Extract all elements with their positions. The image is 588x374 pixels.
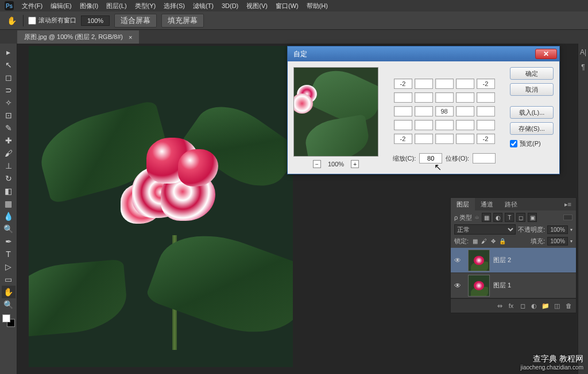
preview-checkbox[interactable] [510, 140, 517, 147]
layer-thumbnail[interactable] [468, 250, 490, 271]
menu-view[interactable]: 视图(V) [243, 1, 271, 11]
document-canvas[interactable] [29, 46, 293, 367]
hand-tool-icon[interactable]: ✋ [5, 14, 18, 28]
layer-thumbnail[interactable] [468, 275, 490, 297]
menu-edit[interactable]: 编辑(E) [47, 1, 75, 11]
foreground-color[interactable] [2, 314, 10, 322]
dialog-close-button[interactable]: ✕ [535, 49, 557, 59]
shape-tool[interactable]: ▭ [2, 273, 16, 286]
dialog-titlebar[interactable]: 自定 ✕ [288, 46, 559, 61]
menu-help[interactable]: 帮助(H) [303, 1, 331, 11]
cancel-button[interactable]: 取消 [510, 83, 554, 96]
menu-filter[interactable]: 滤镜(T) [189, 1, 217, 11]
offset-input[interactable] [473, 153, 496, 163]
menu-window[interactable]: 窗口(W) [272, 1, 302, 11]
lock-pixels-icon[interactable]: 🖌 [480, 237, 488, 246]
matrix-3-0[interactable] [394, 120, 412, 130]
layer-item[interactable]: 👁 图层 1 [451, 273, 576, 298]
stamp-tool[interactable]: ⊥ [2, 159, 16, 172]
layer-name[interactable]: 图层 2 [493, 256, 511, 264]
new-layer-icon[interactable]: ◫ [552, 301, 562, 310]
matrix-1-2[interactable] [435, 92, 454, 103]
matrix-3-2[interactable] [435, 120, 454, 130]
visibility-toggle-icon[interactable]: 👁 [451, 256, 465, 264]
expand-icon[interactable]: ▸ [2, 46, 16, 59]
lock-transparency-icon[interactable]: ▦ [471, 237, 479, 246]
preview-zoom-in[interactable]: + [351, 160, 359, 168]
matrix-1-4[interactable] [477, 92, 495, 103]
matrix-0-0[interactable] [394, 79, 412, 89]
filter-toggle[interactable] [563, 215, 572, 220]
hand-tool[interactable]: ✋ [2, 286, 16, 298]
adjustment-layer-icon[interactable]: ◐ [529, 301, 539, 310]
fill-value[interactable]: 100% [547, 237, 568, 246]
fill-screen-button[interactable]: 填充屏幕 [161, 14, 204, 28]
healing-tool[interactable]: ✚ [2, 134, 16, 147]
lock-position-icon[interactable]: ✥ [489, 237, 497, 246]
eyedropper-tool[interactable]: ✎ [2, 122, 16, 134]
matrix-4-3[interactable] [456, 134, 474, 144]
opacity-value[interactable]: 100% [547, 225, 568, 234]
matrix-4-4[interactable] [477, 134, 495, 144]
layer-group-icon[interactable]: 📁 [540, 301, 551, 310]
blend-mode-select[interactable]: 正常 [454, 224, 516, 235]
matrix-1-3[interactable] [456, 92, 474, 103]
tab-close-button[interactable]: × [129, 34, 132, 41]
matrix-4-2[interactable] [435, 134, 454, 144]
matrix-4-0[interactable] [394, 134, 412, 144]
matrix-2-2[interactable] [435, 106, 454, 116]
blur-tool[interactable]: 💧 [2, 210, 16, 223]
path-select-tool[interactable]: ▷ [2, 260, 16, 273]
menu-layer[interactable]: 图层(L) [103, 1, 130, 11]
load-button[interactable]: 载入(L)... [510, 106, 554, 119]
layer-name[interactable]: 图层 1 [493, 281, 511, 290]
matrix-3-1[interactable] [415, 120, 433, 130]
document-tab[interactable]: 原图.jpg @ 100% (图层 2, RGB/8#) × [17, 30, 139, 44]
layer-style-icon[interactable]: fx [506, 301, 516, 310]
tab-channels[interactable]: 通道 [475, 198, 499, 211]
menu-3d[interactable]: 3D(D) [218, 1, 242, 10]
lasso-tool[interactable]: ⊃ [2, 84, 16, 96]
zoom-tool[interactable]: 🔍 [2, 298, 16, 311]
matrix-3-4[interactable] [477, 120, 495, 130]
menu-select[interactable]: 选择(S) [160, 1, 188, 11]
move-tool[interactable]: ↖ [2, 59, 16, 71]
matrix-2-0[interactable] [394, 106, 412, 116]
dodge-tool[interactable]: 🔍 [2, 223, 16, 235]
brush-tool[interactable]: 🖌 [2, 147, 16, 159]
scale-input[interactable] [419, 153, 442, 163]
history-brush-tool[interactable]: ↻ [2, 172, 16, 185]
link-layers-icon[interactable]: ⇔ [494, 301, 505, 310]
visibility-toggle-icon[interactable]: 👁 [451, 282, 465, 290]
matrix-1-0[interactable] [394, 92, 412, 103]
fit-screen-button[interactable]: 适合屏幕 [114, 14, 157, 28]
delete-layer-icon[interactable]: 🗑 [563, 301, 574, 310]
marquee-tool[interactable]: ◻ [2, 71, 16, 84]
matrix-2-1[interactable] [415, 106, 433, 116]
eraser-tool[interactable]: ◧ [2, 185, 16, 197]
menu-type[interactable]: 类型(Y) [131, 1, 160, 11]
matrix-2-4[interactable] [477, 106, 495, 116]
type-tool[interactable]: T [2, 248, 16, 260]
filter-pixel-icon[interactable]: ▦ [482, 213, 491, 222]
crop-tool[interactable]: ⊡ [2, 109, 16, 122]
layer-mask-icon[interactable]: ◻ [517, 301, 528, 310]
tab-paths[interactable]: 路径 [499, 198, 523, 211]
preview-zoom-out[interactable]: − [313, 160, 321, 168]
scroll-all-windows-checkbox[interactable] [28, 17, 36, 25]
matrix-1-1[interactable] [415, 92, 433, 103]
filter-smart-icon[interactable]: ▣ [528, 213, 537, 222]
zoom-level-display[interactable]: 100% [81, 15, 110, 26]
lock-all-icon[interactable]: 🔒 [498, 237, 506, 246]
matrix-0-4[interactable] [477, 79, 495, 89]
gradient-tool[interactable]: ▦ [2, 197, 16, 210]
filter-shape-icon[interactable]: ◻ [516, 213, 525, 222]
matrix-0-3[interactable] [456, 79, 474, 89]
menu-file[interactable]: 文件(F) [18, 1, 46, 11]
matrix-2-3[interactable] [456, 106, 474, 116]
panel-menu-icon[interactable]: ▸≡ [560, 198, 576, 211]
matrix-0-1[interactable] [415, 79, 433, 89]
ok-button[interactable]: 确定 [510, 67, 554, 80]
character-panel-icon[interactable]: A| [580, 48, 586, 56]
save-button[interactable]: 存储(S)... [510, 122, 554, 135]
